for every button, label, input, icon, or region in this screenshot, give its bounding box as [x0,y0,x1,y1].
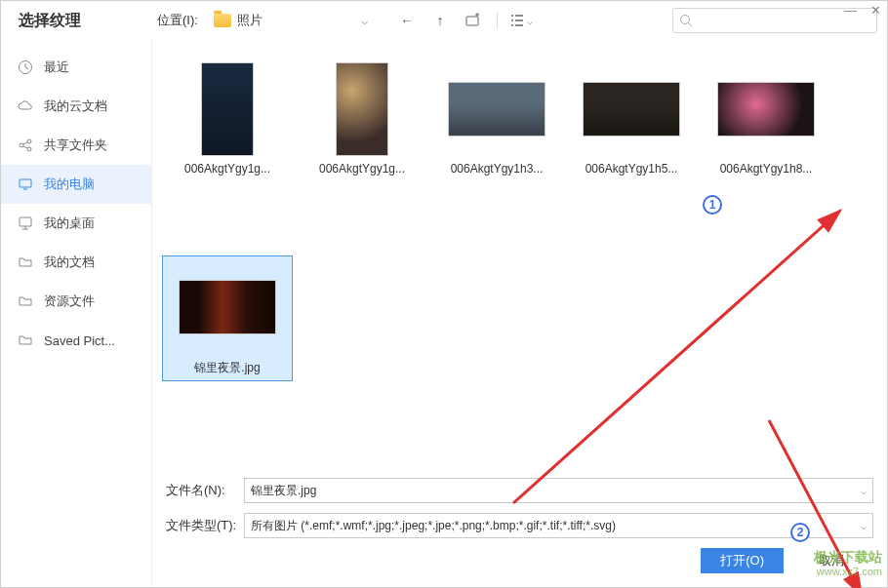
thumb-image [179,260,276,354]
svg-point-5 [27,147,31,151]
sidebar-item-label: 最近 [44,59,69,76]
svg-rect-0 [466,17,478,25]
monitor-icon [17,176,34,193]
sidebar-item-label: 资源文件 [44,293,95,310]
thumb-image [448,62,545,156]
file-thumb[interactable]: 006AkgtYgy1g... [297,58,427,180]
sidebar-item-computer[interactable]: 我的电脑 [1,165,151,204]
annotation-badge-2: 2 [790,523,810,542]
filename-value: 锦里夜景.jpg [251,483,316,499]
svg-point-3 [20,143,23,147]
sidebar-item-label: Saved Pict... [44,333,115,348]
chevron-down-icon: ⌵ [361,14,368,27]
filetype-label: 文件类型(T): [166,517,244,534]
file-thumb[interactable]: 006AkgtYgy1h8... [701,58,831,180]
folder-outline-icon [17,293,34,310]
sidebar-item-label: 共享文件夹 [44,137,107,154]
sidebar-item-label: 我的桌面 [44,215,95,232]
folder-outline-icon [17,332,34,349]
file-name: 006AkgtYgy1g... [302,162,423,176]
filetype-select[interactable]: 所有图片 (*.emf;*.wmf;*.jpg;*.jpeg;*.jpe;*.p… [244,513,873,538]
filename-input[interactable]: 锦里夜景.jpg ⌵ [244,478,873,503]
svg-rect-6 [20,179,31,187]
cancel-button[interactable]: 取消 [799,548,864,573]
file-thumb[interactable]: 006AkgtYgy1h3... [431,58,562,180]
header: 选择纹理 位置(I): 照片 ⌵ ← ↑ ⌵ — ✕ [1,1,887,40]
clock-icon [17,59,34,76]
filetype-value: 所有图片 (*.emf;*.wmf;*.jpg;*.jpeg;*.jpe;*.p… [251,518,616,534]
toolbar-separator [497,12,498,29]
file-name: 006AkgtYgy1h3... [436,162,557,176]
sidebar-item-shared[interactable]: 共享文件夹 [1,126,151,165]
file-name: 006AkgtYgy1g... [167,162,288,176]
thumb-image [313,62,411,156]
minimize-button[interactable]: — [844,3,857,18]
svg-point-4 [27,139,31,143]
svg-rect-7 [20,217,31,226]
sidebar-item-label: 我的电脑 [44,176,95,193]
view-mode-button[interactable]: ⌵ [507,8,535,33]
sidebar-item-cloud[interactable]: 我的云文档 [1,87,151,126]
back-button[interactable]: ← [393,8,421,33]
sidebar-item-documents[interactable]: 我的文档 [1,243,151,282]
new-folder-button[interactable] [460,8,487,33]
sidebar-item-saved-pictures[interactable]: Saved Pict... [1,321,151,360]
file-thumb[interactable]: 006AkgtYgy1g... [162,58,293,180]
file-name: 锦里夜景.jpg [167,360,288,376]
location-select[interactable]: 照片 ⌵ [208,8,374,33]
up-button[interactable]: ↑ [426,8,454,33]
nav-toolbar: ← ↑ ⌵ [393,8,535,33]
new-folder-icon [465,13,481,28]
search-icon [679,14,693,27]
location-label: 位置(I): [157,12,198,29]
file-dialog: 选择纹理 位置(I): 照片 ⌵ ← ↑ ⌵ — ✕ [0,0,888,588]
file-name: 006AkgtYgy1h5... [571,162,692,176]
thumb-image [179,62,276,156]
file-name: 006AkgtYgy1h8... [706,162,827,176]
cloud-icon [17,98,34,115]
bottom-panel: 文件名(N): 锦里夜景.jpg ⌵ 文件类型(T): 所有图片 (*.emf;… [152,470,887,587]
chevron-down-icon: ⌵ [861,521,867,531]
location-folder: 照片 [237,12,262,29]
annotation-badge-1: 1 [703,195,722,215]
svg-point-1 [681,16,690,24]
folder-icon [214,14,231,27]
list-icon [509,13,525,28]
close-button[interactable]: ✕ [870,3,881,18]
desktop-icon [17,215,34,232]
filename-label: 文件名(N): [166,482,244,499]
body: 最近 我的云文档 共享文件夹 我的电脑 我的桌面 我的文档 [1,40,887,587]
sidebar-item-desktop[interactable]: 我的桌面 [1,204,151,243]
filename-row: 文件名(N): 锦里夜景.jpg ⌵ [166,478,873,503]
file-thumb[interactable]: 006AkgtYgy1h5... [566,58,697,180]
chevron-down-icon: ⌵ [861,486,867,496]
sidebar: 最近 我的云文档 共享文件夹 我的电脑 我的桌面 我的文档 [1,40,152,587]
button-row: 打开(O) 取消 [166,548,873,573]
main: 006AkgtYgy1g... 006AkgtYgy1g... 006AkgtY… [152,40,887,587]
thumb-image [583,62,680,156]
share-icon [17,137,34,154]
dialog-title: 选择纹理 [11,11,157,31]
filetype-row: 文件类型(T): 所有图片 (*.emf;*.wmf;*.jpg;*.jpeg;… [166,513,873,538]
sidebar-item-label: 我的云文档 [44,98,107,115]
folder-outline-icon [17,254,34,271]
file-area[interactable]: 006AkgtYgy1g... 006AkgtYgy1g... 006AkgtY… [152,40,887,470]
window-controls: — ✕ [844,3,881,18]
open-button[interactable]: 打开(O) [701,548,784,573]
sidebar-item-resources[interactable]: 资源文件 [1,282,151,321]
thumb-image [717,62,815,156]
file-thumb-selected[interactable]: 锦里夜景.jpg [162,255,293,381]
sidebar-item-recent[interactable]: 最近 [1,48,151,87]
chevron-down-icon: ⌵ [527,16,533,26]
sidebar-item-label: 我的文档 [44,254,95,271]
